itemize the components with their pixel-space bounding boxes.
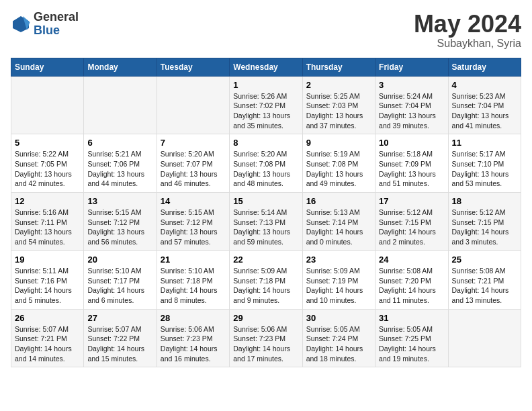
day-number: 15: [233, 196, 298, 206]
cell-text: Daylight: 14 hours: [87, 344, 152, 354]
cell-text: Sunrise: 5:05 AM: [306, 324, 371, 334]
calendar-cell: 3Sunrise: 5:24 AMSunset: 7:04 PMDaylight…: [375, 76, 448, 134]
calendar-week-row: 1Sunrise: 5:26 AMSunset: 7:02 PMDaylight…: [11, 76, 521, 134]
cell-text: and 41 minutes.: [452, 121, 517, 131]
cell-text: Sunrise: 5:23 AM: [452, 91, 517, 101]
day-number: 19: [15, 255, 80, 265]
day-number: 1: [233, 80, 298, 90]
page-header: General Blue May 2024 Subaykhan, Syria: [11, 11, 521, 50]
cell-text: Sunrise: 5:16 AM: [15, 208, 80, 218]
cell-text: Daylight: 13 hours: [87, 169, 152, 179]
cell-text: and 46 minutes.: [161, 179, 226, 189]
weekday-header: Tuesday: [157, 58, 229, 76]
day-number: 3: [379, 80, 444, 90]
cell-text: Daylight: 13 hours: [87, 227, 152, 237]
calendar-cell: 9Sunrise: 5:19 AMSunset: 7:08 PMDaylight…: [302, 134, 375, 193]
title-location: Subaykhan, Syria: [414, 38, 521, 50]
cell-text: Sunset: 7:12 PM: [161, 218, 226, 228]
cell-text: Sunset: 7:20 PM: [379, 276, 444, 286]
day-number: 5: [15, 138, 80, 148]
day-number: 9: [306, 138, 371, 148]
cell-text: Sunrise: 5:09 AM: [233, 266, 298, 276]
cell-text: Daylight: 14 hours: [379, 227, 444, 237]
day-number: 8: [233, 138, 298, 148]
day-number: 2: [306, 80, 371, 90]
calendar-cell: 27Sunrise: 5:07 AMSunset: 7:22 PMDayligh…: [84, 309, 157, 367]
cell-text: and 39 minutes.: [379, 121, 444, 131]
cell-text: and 11 minutes.: [379, 295, 444, 306]
calendar-cell: 23Sunrise: 5:09 AMSunset: 7:19 PMDayligh…: [302, 250, 375, 309]
day-number: 18: [452, 196, 517, 206]
calendar-cell: 12Sunrise: 5:16 AMSunset: 7:11 PMDayligh…: [11, 193, 84, 251]
calendar-cell: [448, 309, 521, 367]
day-number: 11: [452, 138, 517, 148]
cell-text: Sunrise: 5:20 AM: [233, 149, 298, 159]
calendar-cell: [157, 76, 229, 134]
cell-text: Sunset: 7:13 PM: [233, 218, 298, 228]
calendar-week-row: 5Sunrise: 5:22 AMSunset: 7:05 PMDaylight…: [11, 134, 521, 193]
cell-text: Sunrise: 5:19 AM: [306, 149, 371, 159]
calendar-cell: 21Sunrise: 5:10 AMSunset: 7:18 PMDayligh…: [157, 250, 229, 309]
day-number: 10: [379, 138, 444, 148]
cell-text: Sunrise: 5:06 AM: [161, 324, 226, 334]
cell-text: and 5 minutes.: [15, 295, 80, 306]
weekday-header: Sunday: [11, 58, 84, 76]
cell-text: Sunrise: 5:10 AM: [87, 266, 152, 276]
cell-text: Sunrise: 5:14 AM: [233, 208, 298, 218]
cell-text: Sunrise: 5:12 AM: [452, 208, 517, 218]
cell-text: Sunrise: 5:07 AM: [87, 324, 152, 334]
cell-text: Sunset: 7:23 PM: [233, 334, 298, 344]
cell-text: Sunrise: 5:18 AM: [379, 149, 444, 159]
cell-text: Daylight: 14 hours: [452, 227, 517, 237]
calendar-cell: 7Sunrise: 5:20 AMSunset: 7:07 PMDaylight…: [157, 134, 229, 193]
cell-text: Sunrise: 5:24 AM: [379, 91, 444, 101]
calendar-cell: 5Sunrise: 5:22 AMSunset: 7:05 PMDaylight…: [11, 134, 84, 193]
logo-icon: [11, 14, 31, 34]
cell-text: and 57 minutes.: [161, 237, 226, 247]
cell-text: Daylight: 13 hours: [233, 169, 298, 179]
calendar-cell: 1Sunrise: 5:26 AMSunset: 7:02 PMDaylight…: [230, 76, 302, 134]
cell-text: Daylight: 14 hours: [306, 344, 371, 354]
cell-text: Sunset: 7:12 PM: [87, 218, 152, 228]
calendar-cell: 18Sunrise: 5:12 AMSunset: 7:15 PMDayligh…: [448, 193, 521, 251]
cell-text: Sunset: 7:25 PM: [379, 334, 444, 344]
day-number: 24: [379, 255, 444, 265]
cell-text: Daylight: 14 hours: [379, 285, 444, 295]
calendar-cell: 28Sunrise: 5:06 AMSunset: 7:23 PMDayligh…: [157, 309, 229, 367]
day-number: 23: [306, 255, 371, 265]
day-number: 7: [161, 138, 226, 148]
cell-text: Daylight: 13 hours: [233, 111, 298, 121]
cell-text: Sunset: 7:16 PM: [15, 276, 80, 286]
day-number: 28: [161, 313, 226, 323]
day-number: 31: [379, 313, 444, 323]
cell-text: Sunset: 7:02 PM: [233, 101, 298, 111]
cell-text: Daylight: 14 hours: [379, 344, 444, 354]
header-row: SundayMondayTuesdayWednesdayThursdayFrid…: [11, 58, 521, 76]
cell-text: Sunrise: 5:26 AM: [233, 91, 298, 101]
day-number: 27: [87, 313, 152, 323]
cell-text: Sunset: 7:21 PM: [452, 276, 517, 286]
calendar-cell: 24Sunrise: 5:08 AMSunset: 7:20 PMDayligh…: [375, 250, 448, 309]
cell-text: and 10 minutes.: [306, 295, 371, 306]
calendar-cell: 15Sunrise: 5:14 AMSunset: 7:13 PMDayligh…: [230, 193, 302, 251]
day-number: 21: [161, 255, 226, 265]
cell-text: and 15 minutes.: [87, 354, 152, 364]
calendar-cell: 29Sunrise: 5:06 AMSunset: 7:23 PMDayligh…: [230, 309, 302, 367]
calendar-cell: 19Sunrise: 5:11 AMSunset: 7:16 PMDayligh…: [11, 250, 84, 309]
cell-text: Daylight: 14 hours: [161, 344, 226, 354]
cell-text: and 17 minutes.: [233, 354, 298, 364]
calendar-cell: 6Sunrise: 5:21 AMSunset: 7:06 PMDaylight…: [84, 134, 157, 193]
cell-text: Daylight: 13 hours: [452, 169, 517, 179]
cell-text: and 56 minutes.: [87, 237, 152, 247]
cell-text: and 13 minutes.: [452, 295, 517, 306]
logo: General Blue: [11, 11, 79, 38]
day-number: 22: [233, 255, 298, 265]
calendar-cell: 4Sunrise: 5:23 AMSunset: 7:04 PMDaylight…: [448, 76, 521, 134]
day-number: 13: [87, 196, 152, 206]
weekday-header: Saturday: [448, 58, 521, 76]
day-number: 30: [306, 313, 371, 323]
cell-text: Sunset: 7:04 PM: [452, 101, 517, 111]
cell-text: and 0 minutes.: [306, 237, 371, 247]
calendar-cell: 2Sunrise: 5:25 AMSunset: 7:03 PMDaylight…: [302, 76, 375, 134]
calendar-cell: [84, 76, 157, 134]
